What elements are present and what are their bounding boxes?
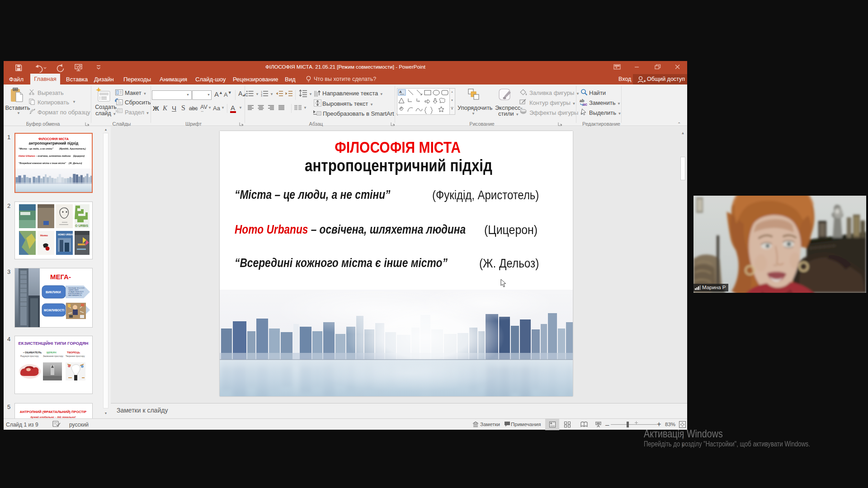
svg-text:Homo: Homo: [40, 234, 48, 237]
svg-text:МОЖЛИВОСТІ: МОЖЛИВОСТІ: [44, 309, 65, 312]
svg-text:Засвоєння простору: Засвоєння простору: [43, 355, 64, 357]
svg-text:ВИКЛИКИ: ВИКЛИКИ: [46, 291, 61, 294]
svg-text:O URBIS: O URBIS: [75, 224, 89, 227]
svg-text:ТВОРЕЦЬ: ТВОРЕЦЬ: [67, 351, 80, 354]
svg-text:Творення простору: Творення простору: [66, 355, 85, 357]
svg-text:3: 3: [261, 94, 262, 97]
svg-text:МАЛОВИВЧЕНІСТЬ: МАЛОВИВЧЕНІСТЬ: [68, 295, 82, 296]
svg-text:Редукція простору: Редукція простору: [20, 355, 39, 357]
svg-text:ЕКЗИСТЕНЦІЙНІ ТИПИ ГОРОДЯН: ЕКЗИСТЕНЦІЙНІ ТИПИ ГОРОДЯН: [19, 341, 89, 346]
svg-text:ШУКАЧ: ШУКАЧ: [47, 351, 57, 354]
svg-text:• ОБИВАТЕЛЬ: • ОБИВАТЕЛЬ: [23, 351, 42, 354]
svg-text:МЕГА-: МЕГА-: [50, 273, 71, 281]
svg-text:HOMO URBANUS: HOMO URBANUS: [58, 233, 77, 236]
svg-text:A: A: [399, 90, 402, 94]
svg-text:ac: ac: [583, 102, 587, 106]
